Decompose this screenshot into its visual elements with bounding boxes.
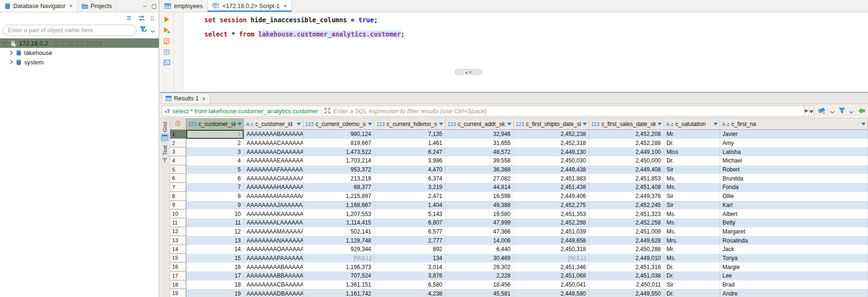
sql-editor[interactable]: set session hide_inaccessible_columns = … [183, 12, 868, 92]
row-header[interactable]: 16 [170, 262, 186, 271]
close-icon[interactable]: × [283, 2, 287, 9]
grid-cell[interactable]: 5 [186, 165, 244, 174]
column-dropdown-icon[interactable] [861, 123, 866, 126]
grid-cell[interactable]: Ollie [720, 192, 868, 201]
close-icon[interactable]: × [202, 95, 206, 102]
column-header-c_current_cdemo_sk[interactable]: 123c_current_cdemo_sk [303, 118, 375, 129]
grid-cell[interactable]: 2,450,000 [589, 156, 664, 165]
grid-cell[interactable]: Amy [720, 139, 868, 148]
tab-employees[interactable]: employees [160, 0, 207, 12]
tree-item-172-18-0-2[interactable]: 172.18.0.2172.18.0.2:31604 [0, 38, 159, 48]
grid-cell[interactable]: 2,451,316 [589, 262, 664, 271]
grid-cell[interactable]: 2,449,438 [514, 165, 589, 174]
column-header-c_first_na[interactable]: A-zc_first_na [720, 118, 868, 129]
column-dropdown-icon[interactable] [658, 123, 662, 126]
grid-cell[interactable]: AAAAAAAAJAAAAAAA [244, 201, 303, 210]
grid-corner[interactable] [170, 118, 186, 129]
grid-cell[interactable]: 15 [186, 254, 244, 263]
execute-new-tab-icon[interactable] [163, 27, 170, 34]
grid-cell[interactable]: 2,777 [375, 236, 446, 245]
grid-cell[interactable]: 6,580 [375, 280, 446, 289]
grid-cell[interactable]: 2,452,275 [514, 201, 589, 210]
grid-cell[interactable]: 4 [186, 156, 244, 165]
grid-cell[interactable]: 31,655 [446, 139, 514, 148]
expand-panel-icon[interactable] [324, 108, 330, 115]
grid-cell[interactable]: 2,450,030 [514, 156, 589, 165]
grid-cell[interactable]: AAAAAAAAHAAAAAAA [244, 183, 303, 192]
grid-cell[interactable]: 2,452,208 [589, 130, 664, 139]
grid-cell[interactable]: 3,876 [375, 271, 446, 280]
row-header[interactable]: 17 [170, 271, 186, 280]
row-header[interactable]: 10 [170, 209, 186, 218]
column-dropdown-icon[interactable] [507, 123, 512, 126]
grid-cell[interactable]: 2,451,408 [589, 183, 664, 192]
filters-menu-icon[interactable] [839, 107, 845, 116]
sash-arrows-icon[interactable] [463, 68, 474, 76]
grid-cell[interactable]: 6,247 [375, 147, 446, 156]
grid-cell[interactable]: 68,377 [303, 183, 375, 192]
grid-cell[interactable]: 1,473,522 [303, 147, 375, 156]
grid-cell[interactable]: 2,452,288 [514, 218, 589, 227]
row-header[interactable]: 9 [170, 201, 186, 210]
column-dropdown-icon[interactable] [238, 123, 242, 126]
grid-cell[interactable]: 2,449,376 [589, 192, 664, 201]
grid-cell[interactable]: 2,452,238 [514, 130, 589, 139]
grid-cell[interactable]: 6,440 [446, 245, 514, 254]
grid-cell[interactable]: 29,302 [446, 262, 514, 271]
grid-cell[interactable]: Dr. [664, 262, 720, 271]
grid-cell[interactable]: Andre [720, 289, 868, 297]
grid-cell[interactable]: 6,374 [375, 174, 446, 183]
grid-cell[interactable]: Ms. [664, 218, 720, 227]
grid-cell[interactable]: 892 [375, 245, 446, 254]
execute-statement-icon[interactable] [164, 16, 170, 23]
grid-cell[interactable]: 27,082 [446, 174, 514, 183]
grid-cell[interactable]: Javier [720, 130, 868, 139]
grid-cell[interactable]: 47,366 [446, 227, 514, 236]
grid-cell[interactable]: Sir [664, 192, 720, 201]
column-header-c_current_hdemo_sk[interactable]: 123c_current_hdemo_sk [375, 118, 446, 129]
grid-cell[interactable]: AAAAAAAAEAAAAAAA [244, 156, 303, 165]
grid-cell[interactable]: 2,450,041 [514, 280, 589, 289]
grid-cell[interactable]: 1 [186, 130, 244, 139]
grid-cell[interactable]: Mrs. [664, 236, 720, 245]
grid-cell[interactable]: 213,219 [303, 174, 375, 183]
grid-cell[interactable]: 2,451,353 [514, 209, 589, 218]
grid-cell[interactable]: Lee [720, 271, 868, 280]
grid-cell[interactable]: 2 [186, 139, 244, 148]
grid-cell[interactable]: 2,449,130 [514, 147, 589, 156]
row-header[interactable]: 18 [170, 280, 186, 289]
tree-item-lakehouse[interactable]: lakehouse [0, 48, 159, 57]
grid-cell[interactable]: Margie [720, 262, 868, 271]
grid-cell[interactable]: 17 [186, 271, 244, 280]
grid-cell[interactable]: Ms. [664, 254, 720, 263]
grid-cell[interactable]: Karl [720, 201, 868, 210]
grid-cell[interactable]: 2,451,438 [514, 183, 589, 192]
grid-cell[interactable]: Albert [720, 209, 868, 218]
grid-cell[interactable]: 48,572 [446, 147, 514, 156]
row-header[interactable]: 4 [170, 156, 186, 165]
grid-cell[interactable]: 1,161,742 [303, 289, 375, 297]
expander-right-icon[interactable] [10, 50, 13, 55]
grid-cell[interactable]: AAAAAAAAKAAAAAAA [244, 209, 303, 218]
grid-cell[interactable]: 2,451,346 [514, 262, 589, 271]
expander-down-icon[interactable] [2, 42, 7, 45]
filter-input[interactable]: «T select * from lakehouse.customer_anal… [162, 106, 814, 117]
grid-cell[interactable]: 2,471 [375, 192, 446, 201]
row-header[interactable]: 13 [170, 236, 186, 245]
grid-cell[interactable]: AAAAAAAAABAAAAAA [244, 262, 303, 271]
collapse-all-icon[interactable] [127, 15, 133, 21]
chevron-down-icon[interactable] [150, 26, 155, 35]
column-dropdown-icon[interactable] [368, 123, 372, 126]
grid-cell[interactable]: 39,558 [446, 156, 514, 165]
grid-cell[interactable]: 2,450,011 [589, 280, 664, 289]
grid-cell[interactable]: 2,449,550 [589, 289, 664, 297]
code-line[interactable]: set session hide_inaccessible_columns = … [204, 17, 868, 24]
grid-cell[interactable]: 819,667 [303, 139, 375, 148]
grid-cell[interactable]: Miss [664, 147, 720, 156]
grid-cell[interactable]: 49,388 [446, 201, 514, 210]
grid-cell[interactable]: Mr. [664, 130, 720, 139]
grid-cell[interactable]: 3,986 [375, 156, 446, 165]
grid-cell[interactable]: 4,238 [375, 289, 446, 297]
grid-cell[interactable]: 3,219 [375, 183, 446, 192]
grid-cell[interactable]: 19,580 [446, 209, 514, 218]
